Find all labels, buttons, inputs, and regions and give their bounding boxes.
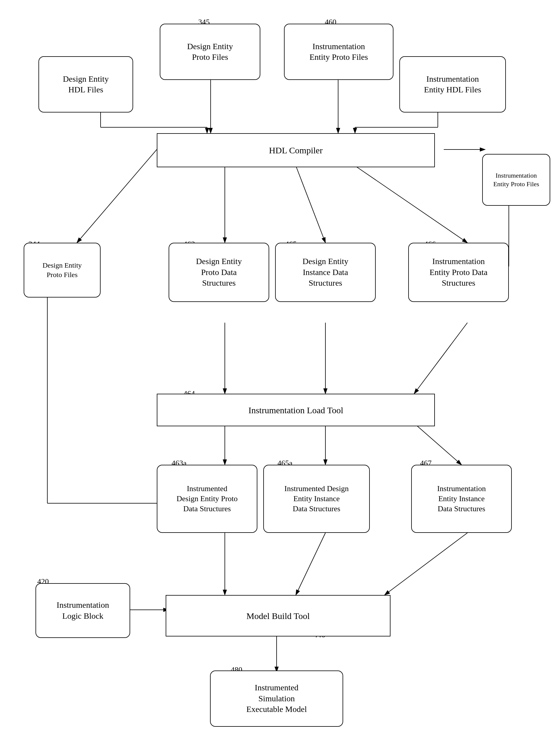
instrumentation-entity-hdl-files: InstrumentationEntity HDL Files bbox=[399, 56, 506, 112]
svg-line-10 bbox=[296, 166, 325, 243]
design-entity-proto-data: Design EntityProto DataStructures bbox=[169, 243, 269, 302]
svg-line-16 bbox=[414, 323, 467, 394]
svg-line-19 bbox=[414, 423, 461, 465]
instrumentation-entity-instance: InstrumentationEntity InstanceData Struc… bbox=[411, 465, 512, 533]
instrumentation-entity-proto-files-top: InstrumentationEntity Proto Files bbox=[284, 24, 393, 80]
svg-line-13 bbox=[77, 149, 157, 243]
design-entity-proto-files-top: Design EntityProto Files bbox=[160, 24, 260, 80]
design-entity-proto-files-left: Design EntityProto Files bbox=[24, 243, 101, 297]
model-build-tool: Model Build Tool bbox=[166, 595, 390, 636]
instrumentation-entity-proto-files-right: InstrumentationEntity Proto Files bbox=[482, 154, 550, 206]
hdl-compiler: HDL Compiler bbox=[157, 133, 435, 167]
instrumented-simulation: InstrumentedSimulationExecutable Model bbox=[210, 671, 343, 727]
instrumented-design-proto: InstrumentedDesign Entity ProtoData Stru… bbox=[157, 465, 257, 533]
svg-line-24 bbox=[385, 533, 467, 595]
svg-line-23 bbox=[296, 533, 325, 595]
instrumentation-load-tool: Instrumentation Load Tool bbox=[157, 394, 435, 426]
svg-line-11 bbox=[355, 166, 467, 243]
design-entity-hdl-files: Design EntityHDL Files bbox=[38, 56, 133, 112]
design-entity-instance-data: Design EntityInstance DataStructures bbox=[275, 243, 376, 302]
instrumented-design-instance: Instrumented DesignEntity InstanceData S… bbox=[263, 465, 370, 533]
diagram: 345 460 340 461 462 468 344 463 465 466 … bbox=[0, 0, 560, 730]
instrumentation-logic-block: InstrumentationLogic Block bbox=[35, 583, 130, 638]
instrumentation-entity-proto-data: InstrumentationEntity Proto DataStructur… bbox=[408, 243, 509, 302]
